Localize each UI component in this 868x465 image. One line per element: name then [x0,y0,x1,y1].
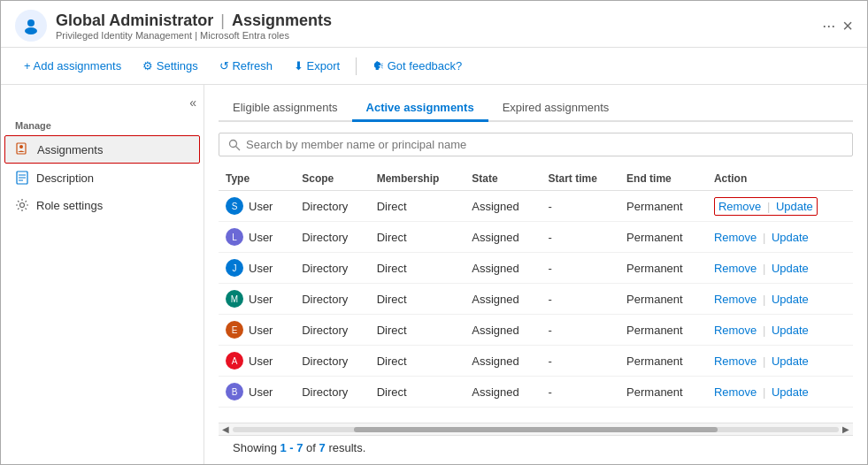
update-link[interactable]: Update [772,324,809,337]
cell-scope: Directory [295,315,369,346]
export-button[interactable]: ⬇ Export [285,55,349,77]
cell-scope: Directory [295,346,369,377]
update-link[interactable]: Update [772,293,809,306]
header: Global Administrator | Assignments Privi… [1,1,867,48]
svg-line-10 [236,146,241,150]
remove-link[interactable]: Remove [714,231,757,244]
table-container: Type Scope Membership State Start time E… [219,167,853,423]
cell-membership: Direct [370,222,465,253]
cell-action: Remove | Update [707,222,853,253]
remove-link[interactable]: Remove [718,200,761,213]
cell-scope: Directory [295,377,369,408]
footer-text-pre: Showing [233,441,280,454]
sidebar-item-role-settings[interactable]: Role settings [4,192,200,218]
search-input[interactable] [246,138,843,151]
col-action: Action [707,167,853,191]
cell-membership: Direct [370,253,465,284]
cell-state: Assigned [465,377,541,408]
cell-start-time: - [542,253,620,284]
cell-state: Assigned [465,191,541,222]
collapse-button[interactable]: « [189,95,196,110]
refresh-button[interactable]: ↺ Refresh [211,55,281,77]
close-button[interactable]: × [842,17,853,34]
remove-link[interactable]: Remove [714,262,757,275]
remove-link[interactable]: Remove [714,385,757,399]
table-row: M User Directory Direct Assigned - Perma… [219,284,853,315]
cell-end-time: Permanent [619,191,707,222]
action-separator: | [759,262,769,275]
cell-state: Assigned [465,284,541,315]
sidebar-manage-label: Manage [1,113,204,134]
cell-state: Assigned [465,315,541,346]
cell-type: L User [219,222,295,253]
update-link[interactable]: Update [772,354,809,368]
type-value: User [249,200,273,213]
cell-start-time: - [542,284,620,315]
tab-expired[interactable]: Expired assignments [488,95,624,122]
action-separator: | [759,385,769,399]
horizontal-scrollbar[interactable]: ◀ ▶ [219,423,853,435]
remove-link[interactable]: Remove [714,354,757,368]
add-assignments-button[interactable]: + Add assignments [15,55,130,77]
cell-action: Remove | Update [707,315,853,346]
footer-text-mid: of [303,441,319,454]
col-state: State [465,167,541,191]
sidebar: « Manage Assignments [1,85,204,465]
settings-button[interactable]: ⚙ Settings [134,55,207,77]
cell-type: J User [219,253,295,284]
settings-icon [15,198,29,212]
cell-state: Assigned [465,253,541,284]
cell-action: Remove | Update [707,377,853,408]
scrollbar-track[interactable] [233,427,839,432]
header-ellipsis-button[interactable]: ··· [822,17,835,35]
scroll-left-arrow[interactable]: ◀ [222,424,229,434]
user-icon: B [226,383,243,400]
svg-point-1 [25,27,37,34]
cell-membership: Direct [370,315,465,346]
scrollbar-thumb[interactable] [354,427,718,432]
table-row: E User Directory Direct Assigned - Perma… [219,315,853,346]
cell-type: A User [219,346,295,377]
first-row-action-wrapper: Remove | Update [714,197,818,216]
header-title-main: Assignments [232,11,332,30]
feedback-button[interactable]: 🗣 Got feedback? [364,55,471,77]
update-link[interactable]: Update [772,231,809,244]
tab-active[interactable]: Active assignments [352,95,488,122]
action-separator: | [759,354,769,368]
scroll-right-arrow[interactable]: ▶ [842,424,849,434]
tabs: Eligible assignments Active assignments … [219,95,853,122]
update-link[interactable]: Update [772,385,809,399]
svg-point-9 [230,140,237,147]
cell-action: Remove | Update [707,284,853,315]
avatar [15,10,47,42]
cell-type: B User [219,377,295,408]
cell-scope: Directory [295,253,369,284]
sidebar-item-description[interactable]: Description [4,164,200,191]
type-value: User [249,324,273,337]
svg-point-0 [27,19,35,27]
update-link[interactable]: Update [772,262,809,275]
update-link[interactable]: Update [776,200,813,213]
action-separator: | [759,231,769,244]
sidebar-description-label: Description [36,172,94,185]
table-footer: Showing 1 - 7 of 7 results. [219,435,853,460]
table-row: A User Directory Direct Assigned - Perma… [219,346,853,377]
type-value: User [249,385,273,399]
cell-end-time: Permanent [619,284,707,315]
remove-link[interactable]: Remove [714,324,757,337]
col-type: Type [219,167,295,191]
cell-membership: Direct [370,284,465,315]
cell-type: S User [219,191,295,222]
table-header-row: Type Scope Membership State Start time E… [219,167,853,191]
search-icon [228,139,241,151]
sidebar-item-assignments[interactable]: Assignments [4,135,200,164]
footer-range: 1 - 7 [280,441,303,454]
toolbar-separator [356,57,357,75]
remove-link[interactable]: Remove [714,293,757,306]
sidebar-assignments-label: Assignments [37,143,103,156]
header-right: ··· × [822,17,853,35]
header-title: Global Administrator | Assignments [56,11,332,30]
svg-point-3 [19,145,23,149]
svg-point-8 [20,203,25,208]
tab-eligible[interactable]: Eligible assignments [219,95,352,122]
